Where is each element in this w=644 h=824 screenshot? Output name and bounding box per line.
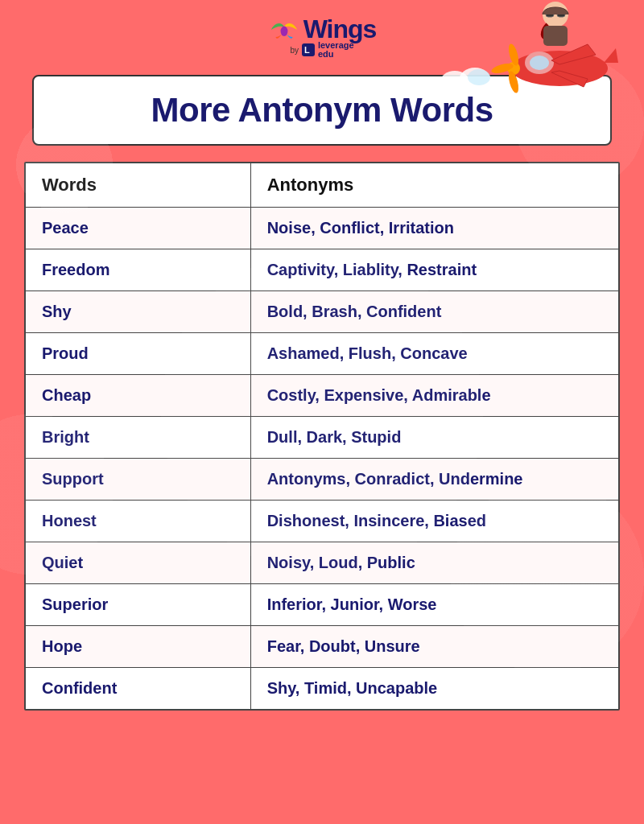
table-cell-antonym: Antonyms, Conradict, Undermine bbox=[251, 459, 618, 500]
table-cell-word: Proud bbox=[26, 333, 251, 374]
table-row: SupportAntonyms, Conradict, Undermine bbox=[26, 459, 618, 501]
table-cell-word: Superior bbox=[26, 584, 251, 625]
table-cell-word: Peace bbox=[26, 208, 251, 249]
table-header-row: Words Antonyms bbox=[26, 163, 618, 208]
table-cell-antonym: Shy, Timid, Uncapable bbox=[251, 668, 618, 709]
table-cell-word: Shy bbox=[26, 291, 251, 332]
svg-point-10 bbox=[530, 56, 549, 70]
table-cell-antonym: Ashamed, Flush, Concave bbox=[251, 333, 618, 374]
wings-bird-icon bbox=[268, 17, 300, 43]
logo-by-text: by bbox=[290, 46, 299, 55]
cloud-decoration-icon bbox=[435, 64, 499, 97]
logo-area: Wings by L leverage edu bbox=[268, 14, 377, 59]
table-row: FreedomCaptivity, Liablity, Restraint bbox=[26, 249, 618, 291]
header: Wings by L leverage edu bbox=[0, 0, 644, 67]
table-cell-word: Hope bbox=[26, 626, 251, 667]
table-cell-antonym: Costly, Expensive, Admirable bbox=[251, 375, 618, 416]
table-cell-word: Cheap bbox=[26, 375, 251, 416]
table-cell-word: Freedom bbox=[26, 249, 251, 290]
svg-point-0 bbox=[280, 26, 287, 35]
table-row: CheapCostly, Expensive, Admirable bbox=[26, 375, 618, 417]
table-row: ConfidentShy, Timid, Uncapable bbox=[26, 668, 618, 709]
table-header-antonym: Antonyms bbox=[251, 163, 618, 207]
table-row: HopeFear, Doubt, Unsure bbox=[26, 626, 618, 668]
table-header-word: Words bbox=[26, 163, 251, 207]
svg-rect-7 bbox=[543, 26, 568, 46]
svg-point-18 bbox=[468, 69, 490, 85]
svg-text:L: L bbox=[304, 45, 310, 55]
table-row: SuperiorInferior, Junior, Worse bbox=[26, 584, 618, 626]
table-cell-antonym: Fear, Doubt, Unsure bbox=[251, 626, 618, 667]
table-row: QuietNoisy, Loud, Public bbox=[26, 542, 618, 584]
antonym-table: Words Antonyms PeaceNoise, Conflict, Irr… bbox=[24, 162, 620, 711]
table-row: BrightDull, Dark, Stupid bbox=[26, 417, 618, 459]
leverage-l-icon: L bbox=[302, 43, 315, 56]
svg-point-8 bbox=[511, 51, 608, 86]
logo-edu-label: edu bbox=[318, 50, 354, 59]
table-cell-antonym: Noisy, Loud, Public bbox=[251, 542, 618, 583]
table-cell-word: Support bbox=[26, 459, 251, 500]
table-row: PeaceNoise, Conflict, Irritation bbox=[26, 208, 618, 249]
airplane-decoration-icon bbox=[491, 0, 620, 105]
table-cell-word: Quiet bbox=[26, 542, 251, 583]
table-row: ShyBold, Brash, Confident bbox=[26, 291, 618, 333]
table-cell-antonym: Bold, Brash, Confident bbox=[251, 291, 618, 332]
table-cell-antonym: Inferior, Junior, Worse bbox=[251, 584, 618, 625]
table-row: HonestDishonest, Insincere, Biased bbox=[26, 501, 618, 542]
table-cell-antonym: Noise, Conflict, Irritation bbox=[251, 208, 618, 249]
table-cell-word: Bright bbox=[26, 417, 251, 458]
table-cell-word: Confident bbox=[26, 668, 251, 709]
table-cell-word: Honest bbox=[26, 501, 251, 542]
logo-leverage-text-area: leverage edu bbox=[318, 41, 354, 59]
table-cell-antonym: Dull, Dark, Stupid bbox=[251, 417, 618, 458]
logo-by-leverage: by L leverage edu bbox=[290, 41, 353, 59]
table-cell-antonym: Dishonest, Insincere, Biased bbox=[251, 501, 618, 542]
table-cell-antonym: Captivity, Liablity, Restraint bbox=[251, 249, 618, 290]
table-row: ProudAshamed, Flush, Concave bbox=[26, 333, 618, 375]
